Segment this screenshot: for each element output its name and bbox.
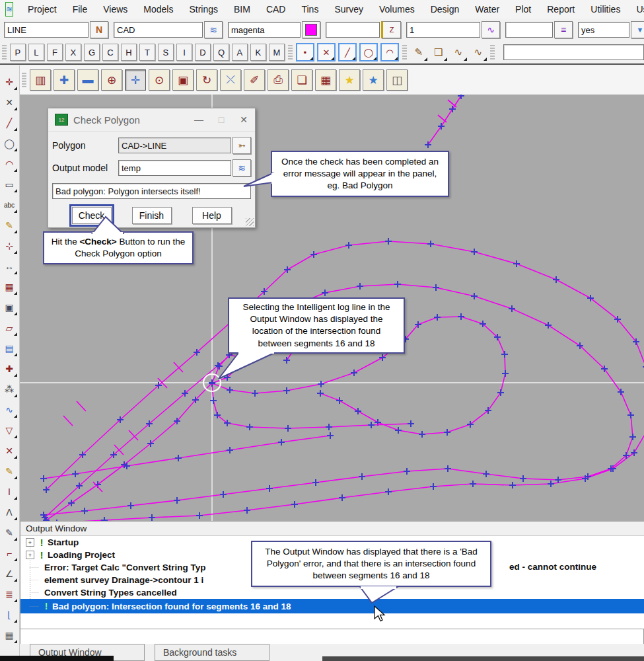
create-point-icon[interactable]: ✛ bbox=[1, 74, 17, 90]
create-line-icon[interactable]: ╱ bbox=[1, 115, 17, 131]
cad-letter-q[interactable]: Q bbox=[213, 44, 229, 61]
add-view-icon[interactable]: ✚ bbox=[54, 69, 75, 91]
split-pane-icon[interactable]: ◫ bbox=[386, 69, 408, 91]
translate-move-icon[interactable]: ✚ bbox=[1, 361, 17, 377]
cad-letter-t[interactable]: T bbox=[139, 44, 155, 61]
dialog-titlebar[interactable]: 12 Check Polygon — □ ✕ bbox=[48, 108, 255, 132]
model-field[interactable]: CAD bbox=[114, 22, 203, 38]
weight-icon[interactable]: ∿ bbox=[482, 21, 500, 38]
string-create[interactable]: ∿ bbox=[450, 44, 467, 61]
corner-tool-icon[interactable]: ⌊ bbox=[1, 607, 17, 623]
sheet-layout-icon[interactable]: ▦ bbox=[315, 69, 336, 91]
cad-letter-g[interactable]: G bbox=[84, 44, 100, 61]
height-field[interactable] bbox=[326, 22, 380, 38]
favourites-star-blue-icon[interactable]: ★ bbox=[363, 69, 384, 91]
text-style-icon[interactable]: I bbox=[1, 484, 17, 500]
cad-letter-d[interactable]: D bbox=[195, 44, 211, 61]
menu-plot[interactable]: Plot bbox=[507, 1, 539, 17]
style-field[interactable] bbox=[505, 22, 553, 38]
toolbar-grip[interactable] bbox=[288, 45, 293, 59]
redraw-brush-icon[interactable]: ✐ bbox=[244, 69, 265, 91]
menu-water[interactable]: Water bbox=[467, 1, 507, 17]
dropdown-arrow-icon[interactable]: ▼ bbox=[631, 21, 644, 38]
sketch-pencil-icon[interactable]: ✎ bbox=[1, 463, 17, 479]
grid-tool-icon[interactable]: ▦ bbox=[1, 279, 17, 295]
menu-user[interactable]: User bbox=[628, 1, 644, 17]
name-toggle-button[interactable]: N bbox=[90, 21, 108, 38]
delete-cross-icon[interactable]: ⤬ bbox=[220, 69, 241, 91]
plot-print-icon[interactable]: ⎙ bbox=[268, 69, 289, 91]
menu-models[interactable]: Models bbox=[135, 1, 181, 17]
zoom-in-icon[interactable]: ⊕ bbox=[101, 69, 122, 91]
minimize-icon[interactable]: — bbox=[188, 114, 210, 125]
check-polygon-dialog[interactable]: 12 Check Polygon — □ ✕ Polygon CAD->LINE… bbox=[48, 108, 256, 228]
menu-views[interactable]: Views bbox=[95, 1, 135, 17]
colour-string-icon[interactable]: ∿ bbox=[1, 402, 17, 418]
linestyle-icon[interactable]: ≡ bbox=[554, 21, 573, 38]
calculator-icon[interactable]: ▦ bbox=[1, 627, 17, 643]
weight-field[interactable]: 1 bbox=[406, 22, 480, 38]
pan-icon[interactable]: ✛ bbox=[125, 69, 146, 91]
menu-project[interactable]: Project bbox=[20, 1, 65, 17]
delete-tool-icon[interactable]: ✕ bbox=[1, 443, 17, 459]
contour-string-0[interactable] bbox=[46, 241, 644, 490]
traverse-tool-icon[interactable]: Λ bbox=[1, 504, 17, 520]
snap-circle[interactable]: ◯ bbox=[359, 43, 378, 61]
help-button[interactable]: Help bbox=[192, 207, 232, 224]
menu-volumes[interactable]: Volumes bbox=[371, 1, 423, 17]
intersection-tool-icon[interactable]: ✕ bbox=[1, 95, 17, 110]
create-arc-icon[interactable]: ◠ bbox=[1, 156, 17, 172]
cad-letter-s[interactable]: S bbox=[158, 44, 174, 61]
railing-tool-icon[interactable]: ≣ bbox=[1, 586, 17, 602]
create-rectangle-icon[interactable]: ▭ bbox=[1, 176, 17, 192]
menu-survey[interactable]: Survey bbox=[326, 1, 371, 17]
image-tool-icon[interactable]: ▤ bbox=[1, 340, 17, 356]
point-id-icon[interactable]: ⊹ bbox=[1, 238, 17, 254]
toolbar-grip[interactable] bbox=[490, 45, 495, 59]
menu-utilities[interactable]: Utilities bbox=[583, 1, 628, 17]
layers-icon[interactable]: ≋ bbox=[204, 21, 223, 38]
spread-points-icon[interactable]: ⁂ bbox=[1, 381, 17, 397]
views-menu-icon[interactable]: ▥ bbox=[30, 69, 51, 91]
resize-grip[interactable] bbox=[246, 218, 254, 226]
toolbar-grip[interactable] bbox=[2, 45, 7, 59]
create-text-icon[interactable]: abc bbox=[1, 197, 17, 213]
pick-icon[interactable]: ➳ bbox=[233, 137, 251, 154]
snap-point[interactable]: • bbox=[296, 43, 314, 61]
toolbar-grip[interactable] bbox=[402, 45, 407, 59]
menu-design[interactable]: Design bbox=[423, 1, 468, 17]
command-input[interactable] bbox=[503, 44, 644, 60]
cad-letter-m[interactable]: M bbox=[269, 44, 285, 61]
zoom-mode-icon[interactable]: ⊙ bbox=[149, 69, 170, 91]
edit-note-icon[interactable]: ✎ bbox=[1, 525, 17, 541]
remove-view-icon[interactable]: ▬ bbox=[77, 69, 98, 91]
cad-type-field[interactable]: LINE bbox=[4, 22, 89, 38]
contour-string-1[interactable] bbox=[57, 430, 644, 521]
snap-cross[interactable]: ✕ bbox=[317, 43, 336, 61]
cad-letter-i[interactable]: I bbox=[176, 44, 192, 61]
copy-view-icon[interactable]: ❏ bbox=[291, 69, 312, 91]
menu-tins[interactable]: Tins bbox=[293, 1, 326, 17]
menu-cad[interactable]: CAD bbox=[258, 1, 294, 17]
tinable-field[interactable]: yes bbox=[578, 22, 629, 38]
cad-letter-l[interactable]: L bbox=[28, 44, 44, 61]
polygon-field[interactable]: CAD->LINE bbox=[118, 137, 231, 153]
close-icon[interactable]: ✕ bbox=[233, 114, 255, 125]
create-circle-icon[interactable]: ◯ bbox=[1, 136, 17, 151]
zoom-extents-icon[interactable]: ▣ bbox=[172, 69, 194, 91]
polygon-tool-icon[interactable]: ▱ bbox=[1, 320, 17, 336]
contour-string-4[interactable] bbox=[212, 383, 411, 428]
cad-letter-f[interactable]: F bbox=[47, 44, 63, 61]
cad-draw[interactable]: ✎ bbox=[410, 44, 427, 61]
menu-report[interactable]: Report bbox=[539, 1, 583, 17]
cad-letter-a[interactable]: A bbox=[232, 44, 248, 61]
string-edit[interactable]: ∿ bbox=[470, 44, 487, 61]
menu-file[interactable]: File bbox=[65, 1, 96, 17]
favourites-star-yellow-icon[interactable]: ★ bbox=[339, 69, 360, 91]
cad-letter-c[interactable]: C bbox=[102, 44, 118, 61]
shield-polygon-icon[interactable]: ▽ bbox=[1, 422, 17, 438]
colour-field[interactable]: magenta bbox=[228, 22, 301, 38]
angle-tool-icon[interactable]: ∠ bbox=[1, 566, 17, 582]
zoom-previous-icon[interactable]: ↻ bbox=[196, 69, 217, 91]
maximize-icon[interactable]: □ bbox=[210, 114, 233, 125]
